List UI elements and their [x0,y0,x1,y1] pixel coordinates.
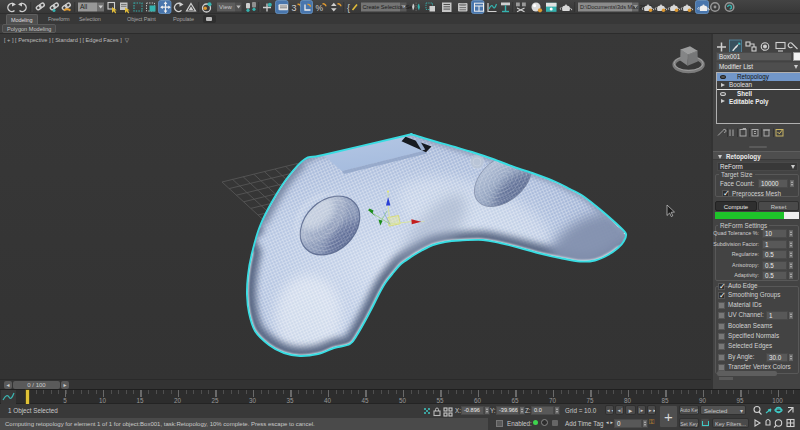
svg-text:Create Selection Se: Create Selection Se [363,4,413,10]
svg-text:3: 3 [292,3,297,13]
svg-text:%: % [316,3,324,13]
svg-text:All: All [80,3,88,10]
svg-text:{: { [347,3,350,13]
svg-text:View: View [219,4,233,10]
svg-text:D:\Documents\3ds Max 2015: D:\Documents\3ds Max 2015 [580,4,652,10]
